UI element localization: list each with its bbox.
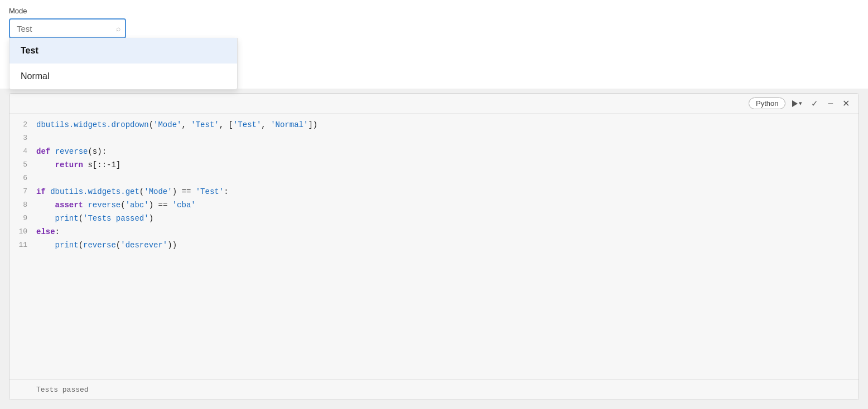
line-content-9: print('Tests passed') xyxy=(36,212,859,225)
line-content-5: return s[::-1] xyxy=(36,158,859,172)
output-text: Tests passed xyxy=(36,386,89,394)
code-line-5: 5 return s[::-1] xyxy=(9,158,859,172)
code-line-10: 10 else: xyxy=(9,225,859,238)
code-line-3: 3 xyxy=(9,132,859,145)
line-content-4: def reverse(s): xyxy=(36,145,859,158)
cell-container: Python ▾ ✓ − ✕ 2 xyxy=(9,93,859,400)
close-icon: ✕ xyxy=(842,98,850,109)
line-num-3: 3 xyxy=(9,132,36,145)
line-content-6 xyxy=(36,172,859,185)
output-area: Tests passed xyxy=(9,379,859,400)
code-line-4: 4 def reverse(s): xyxy=(9,145,859,158)
line-content-7: if dbutils.widgets.get('Mode') == 'Test'… xyxy=(36,185,859,198)
run-icon xyxy=(792,100,798,107)
line-num-11: 11 xyxy=(9,238,36,252)
code-line-11: 11 print(reverse('desrever')) xyxy=(9,238,859,252)
widget-area: Mode ⌕ Test Normal xyxy=(0,0,868,38)
language-badge[interactable]: Python xyxy=(749,98,785,109)
line-content-11: print(reverse('desrever')) xyxy=(36,238,859,252)
code-line-7: 7 if dbutils.widgets.get('Mode') == 'Tes… xyxy=(9,185,859,198)
line-num-10: 10 xyxy=(9,225,36,238)
widget-label: Mode xyxy=(9,7,859,15)
cell-toolbar: Python ▾ ✓ − ✕ xyxy=(9,94,859,114)
line-num-6: 6 xyxy=(9,172,36,185)
mode-dropdown-input[interactable] xyxy=(9,18,126,38)
notebook-area: Python ▾ ✓ − ✕ 2 xyxy=(0,89,868,409)
line-num-2: 2 xyxy=(9,118,36,132)
close-button[interactable]: ✕ xyxy=(840,97,852,110)
dropdown-item-normal[interactable]: Normal xyxy=(9,64,237,89)
line-content-3 xyxy=(36,132,859,145)
line-num-9: 9 xyxy=(9,212,36,225)
search-icon: ⌕ xyxy=(116,24,120,33)
minus-icon: − xyxy=(827,99,833,109)
line-num-5: 5 xyxy=(9,158,36,172)
widget-input-wrapper: ⌕ xyxy=(9,18,126,38)
line-content-10: else: xyxy=(36,225,859,238)
checkmark-icon: ✓ xyxy=(811,99,818,109)
run-button[interactable]: ▾ xyxy=(790,99,804,108)
line-content-8: assert reverse('abc') == 'cba' xyxy=(36,198,859,212)
line-num-7: 7 xyxy=(9,185,36,198)
expand-button[interactable]: ✓ xyxy=(809,98,821,110)
mode-dropdown-menu: Test Normal xyxy=(9,38,238,90)
code-line-8: 8 assert reverse('abc') == 'cba' xyxy=(9,198,859,212)
code-line-6: 6 xyxy=(9,172,859,185)
code-area: 2 dbutils.widgets.dropdown('Mode', 'Test… xyxy=(9,114,859,379)
line-num-8: 8 xyxy=(9,198,36,212)
run-dropdown-arrow[interactable]: ▾ xyxy=(799,100,802,107)
dropdown-item-test[interactable]: Test xyxy=(9,38,237,64)
page-container: Mode ⌕ Test Normal Python ▾ ✓ xyxy=(0,0,868,409)
line-num-4: 4 xyxy=(9,145,36,158)
line-content-2: dbutils.widgets.dropdown('Mode', 'Test',… xyxy=(36,118,859,132)
code-line-9: 9 print('Tests passed') xyxy=(9,212,859,225)
code-line-2: 2 dbutils.widgets.dropdown('Mode', 'Test… xyxy=(9,118,859,132)
minimize-button[interactable]: − xyxy=(825,98,836,110)
